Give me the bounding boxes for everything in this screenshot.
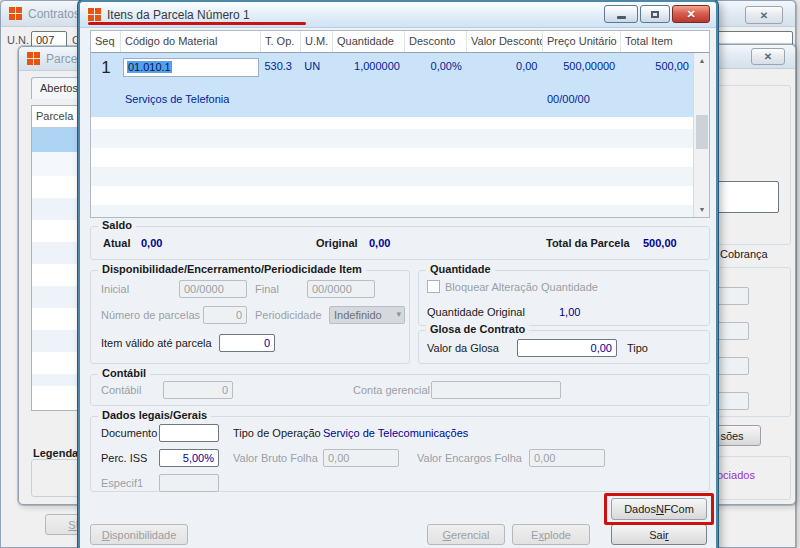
col-header-valor-desconto: Valor Desconto (467, 31, 543, 52)
original-label: Original (316, 237, 358, 249)
legenda-label: Legenda (33, 447, 78, 459)
total-parcela-value: 500,00 (643, 237, 677, 249)
items-table: Seq Código do Material T. Op. U.M. Quant… (90, 30, 710, 218)
tab-label: Abertos (40, 82, 78, 94)
quantidade-original-value: 1,00 (559, 306, 580, 318)
close-icon: ✕ (686, 8, 695, 21)
cell-quantidade: 1,000000 (332, 56, 404, 80)
valor-bruto-field: 0,00 (323, 449, 399, 467)
codigo-selected-text: 01.010.1 (127, 61, 172, 73)
label-part: Sai (649, 529, 665, 541)
label-part: erencial (451, 529, 490, 541)
annotation-box (604, 493, 714, 525)
cell-data: 00/00/00 (547, 93, 590, 105)
dialog-title: Itens da Parcela Número 1 (107, 8, 250, 22)
valor-glosa-field[interactable]: 0,00 (517, 339, 617, 357)
right-window-field[interactable] (711, 181, 779, 213)
cell-codigo[interactable]: 01.010.1 (121, 56, 260, 80)
explode-button[interactable]: Explode (512, 524, 590, 545)
col-header-total-item: Total Item (621, 31, 695, 52)
dropdown-value: Indefinido (334, 309, 382, 321)
perc-iss-field[interactable]: 5,00% (159, 449, 219, 467)
app-icon (9, 7, 22, 20)
sair-button[interactable]: Sair (611, 524, 707, 545)
conta-gerencial-field (431, 381, 561, 399)
disponibilidade-groupbox: Disponibilidade/Encerramento/Periodicida… (90, 270, 410, 364)
total-parcela-label: Total da Parcela (546, 237, 630, 249)
right-window-close-button[interactable]: ✕ (751, 48, 785, 65)
scrollbar-thumb[interactable] (696, 115, 708, 149)
scroll-up-icon[interactable]: ▲ (695, 53, 709, 68)
quantidade-title: Quantidade (426, 263, 495, 275)
items-table-header: Seq Código do Material T. Op. U.M. Quant… (91, 31, 709, 53)
inicial-label: Inicial (101, 283, 129, 295)
label-part: r (665, 529, 669, 541)
maximize-button[interactable] (640, 5, 670, 23)
cobranca-label: Cobrança (720, 248, 768, 260)
close-button[interactable]: ✕ (672, 5, 710, 23)
cell-total-item: 500,00 (619, 56, 693, 80)
contabil-title: Contábil (98, 367, 150, 379)
label-part: isponibilidade (110, 529, 177, 541)
minimize-button[interactable] (604, 5, 638, 23)
periodicidade-label: Periodicidade (255, 309, 322, 321)
periodicidade-dropdown: Indefinido▾ (329, 306, 405, 324)
documento-field[interactable] (159, 424, 219, 442)
col-header-desconto: Desconto (405, 31, 467, 52)
atual-label: Atual (103, 237, 131, 249)
valor-encargos-field: 0,00 (529, 449, 605, 467)
col-header-seq: Seq (91, 31, 121, 52)
valor-glosa-label: Valor da Glosa (427, 342, 499, 354)
contratos-close-button[interactable]: ✕ (745, 6, 783, 24)
cell-t-op: 530.3 (260, 56, 300, 80)
quantidade-groupbox: Quantidade Bloquear Alteração Quantidade… (418, 270, 710, 326)
dados-legais-title: Dados legais/Gerais (98, 409, 211, 421)
inicial-field: 00/0000 (179, 280, 247, 298)
close-icon: ✕ (764, 51, 772, 62)
item-valido-field[interactable]: 0 (219, 334, 275, 352)
gerencial-button[interactable]: Gerencial (427, 524, 505, 545)
disponibilidade-button[interactable]: Disponibilidade (90, 524, 188, 545)
cell-seq: 1 (91, 56, 121, 80)
scroll-down-icon[interactable]: ▼ (695, 202, 709, 217)
close-icon: ✕ (760, 10, 768, 21)
cell-um: UN (300, 56, 332, 80)
cell-valor-desconto: 0,00 (466, 56, 542, 80)
contabil-label: Contábil (101, 384, 141, 396)
cell-preco-unitario: 500,00000 (542, 56, 620, 80)
glosa-groupbox: Glosa de Contrato Valor da Glosa 0,00 Ti… (418, 330, 710, 364)
app-icon (88, 8, 101, 21)
contratos-title: Contratos (28, 7, 80, 21)
table-scrollbar[interactable]: ▲ ▼ (693, 53, 709, 217)
label-part: D (102, 529, 110, 541)
col-header-quantidade: Quantidade (333, 31, 405, 52)
final-label: Final (255, 283, 279, 295)
quantidade-original-label: Quantidade Original (427, 306, 525, 318)
label-part: sões (720, 430, 743, 442)
annotation-underline (88, 22, 306, 25)
saldo-title: Saldo (98, 219, 136, 231)
item-valido-label: Item válido até parcela (101, 337, 212, 349)
numero-parcelas-label: Número de parcelas (101, 309, 200, 321)
un-label: U.N. (7, 34, 29, 46)
contabil-groupbox: Contábil Contábil 0 Conta gerencial (90, 374, 710, 406)
disponibilidade-title: Disponibilidade/Encerramento/Periodicida… (98, 263, 366, 275)
items-table-body: 1 01.010.1 530.3 UN 1,000000 0,00% 0,00 … (91, 53, 693, 217)
chevron-down-icon: ▾ (396, 309, 401, 319)
minimize-icon (617, 16, 626, 19)
app-icon (27, 52, 40, 65)
ociados-link[interactable]: ociados (717, 469, 755, 481)
tipo-label: Tipo (627, 342, 648, 354)
glosa-title: Glosa de Contrato (426, 323, 529, 335)
bloquear-checkbox (427, 280, 440, 293)
contabil-field: 0 (163, 381, 233, 399)
desktop: Contratos ✕ U.N. 007 C SU ✕ Cobrança sõe… (0, 0, 800, 548)
itens-parcela-dialog: Itens da Parcela Número 1 ✕ Seq Código d… (78, 0, 718, 548)
col-header-preco-unitario: Preço Unitário (543, 31, 621, 52)
bloquear-label: Bloquear Alteração Quantidade (445, 281, 598, 293)
col-header-codigo: Código do Material (121, 31, 261, 52)
tipo-operacao-label: Tipo de Operação (233, 427, 321, 439)
label-part: E (531, 529, 538, 541)
tab-abertos[interactable]: Abertos (31, 77, 81, 99)
table-row[interactable]: 1 01.010.1 530.3 UN 1,000000 0,00% 0,00 … (91, 53, 693, 117)
